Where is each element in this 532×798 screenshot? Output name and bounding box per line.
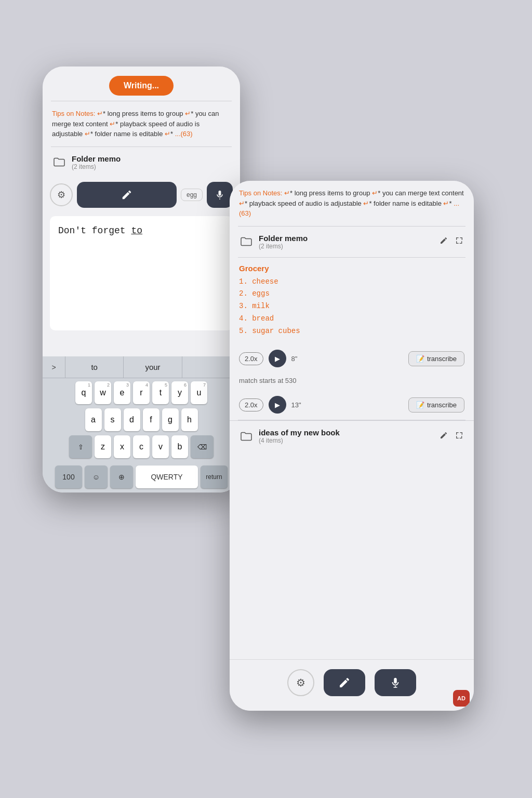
key-x[interactable]: x xyxy=(114,435,130,458)
key-s[interactable]: s xyxy=(104,408,121,431)
key-b[interactable]: b xyxy=(171,435,188,458)
keyboard-rows: 1q 2w 3e 4r 5t 6y 7u a s d f g h xyxy=(43,378,240,466)
key-space[interactable]: QWERTY xyxy=(136,466,198,488)
folder-actions-front xyxy=(438,235,464,248)
audio-player-1: 2.0x ▶ 8" 📝 transcribe xyxy=(230,343,474,374)
grocery-item-4: 4. bread xyxy=(239,313,464,325)
transcribe-icon-2: 📝 xyxy=(416,401,424,409)
writing-area[interactable]: Don't forget to xyxy=(50,216,233,330)
svg-rect-2 xyxy=(393,687,397,687)
tips-section-front: Tips on Notes: ↵* long press items to gr… xyxy=(230,181,474,226)
folder-icon xyxy=(52,155,66,169)
tips-arrow5: ↵ xyxy=(165,130,170,138)
key-emoji[interactable]: ☺ xyxy=(85,466,108,488)
key-c[interactable]: c xyxy=(133,435,150,458)
edit-folder-button[interactable] xyxy=(438,235,449,248)
suggestion-your[interactable]: your xyxy=(124,356,182,378)
gear-button-front[interactable]: ⚙ xyxy=(287,669,314,696)
key-return[interactable]: return xyxy=(201,466,228,488)
grocery-item-5: 5. sugar cubes xyxy=(239,325,464,338)
keyboard-bottom: 100 ☺ ⊕ QWERTY return xyxy=(43,466,240,493)
speed-badge-1[interactable]: 2.0x xyxy=(239,352,263,365)
folder-info-front: Folder memo (2 items) xyxy=(259,234,433,250)
audio-duration-1: 8" xyxy=(291,355,298,363)
key-e[interactable]: 3e xyxy=(114,381,130,404)
edit-book-button[interactable] xyxy=(438,430,449,443)
speed-badge-2[interactable]: 2.0x xyxy=(239,398,263,411)
key-row-2: a s d f g h xyxy=(45,408,238,431)
tips-arrow4: ↵ xyxy=(85,130,90,138)
key-t[interactable]: 5t xyxy=(152,381,169,404)
folder-count-book: (4 items) xyxy=(259,437,433,444)
status-pill-area: Writing... xyxy=(43,66,240,101)
front-phone: Tips on Notes: ↵* long press items to gr… xyxy=(230,181,474,711)
expand-folder-button[interactable] xyxy=(454,235,464,248)
key-g[interactable]: g xyxy=(162,408,179,431)
folder-actions-book xyxy=(438,430,464,443)
back-phone: Writing... Tips on Notes: ↵* long press … xyxy=(43,66,240,493)
key-f[interactable]: f xyxy=(143,408,159,431)
key-row-1: 1q 2w 3e 4r 5t 6y 7u xyxy=(45,381,238,404)
key-a[interactable]: a xyxy=(85,408,102,431)
grocery-item-1: 1. cheese xyxy=(239,276,464,288)
tips-section-back: Tips on Notes: ↵* long press items to gr… xyxy=(43,101,240,147)
folder-icon-book xyxy=(239,429,254,444)
folder-memo-back: Folder memo (2 items) xyxy=(43,147,240,178)
gear-button-back[interactable]: ⚙ xyxy=(50,183,73,206)
tips-label: Tips on Notes: xyxy=(52,110,95,117)
toolbar-back: ⚙ egg xyxy=(43,178,240,212)
tips-more: ...(63) xyxy=(175,130,193,138)
tips-arrow3: ↵ xyxy=(110,120,115,128)
ad-badge: AD xyxy=(453,690,470,707)
match-text: match starts at 530 xyxy=(230,374,474,390)
folder-memo-front: Folder memo (2 items) xyxy=(230,227,474,257)
expand-book-button[interactable] xyxy=(454,430,464,443)
key-u[interactable]: 7u xyxy=(191,381,207,404)
folder-icon-front xyxy=(239,234,254,249)
key-shift[interactable]: ⇧ xyxy=(69,435,92,458)
transcribe-button-2[interactable]: 📝 transcribe xyxy=(408,397,464,413)
key-z[interactable]: z xyxy=(95,435,111,458)
pencil-button-front[interactable] xyxy=(324,669,365,696)
folder-name-back: Folder memo xyxy=(72,154,231,163)
mic-button-front[interactable] xyxy=(375,669,416,696)
key-d[interactable]: d xyxy=(124,408,140,431)
audio-player-2: 2.0x ▶ 13" 📝 transcribe xyxy=(230,390,474,420)
writing-underlined: to xyxy=(131,225,142,236)
key-100[interactable]: 100 xyxy=(55,466,82,488)
tips-arrow2: ↵ xyxy=(185,110,191,117)
transcribe-icon-1: 📝 xyxy=(416,355,424,363)
key-q[interactable]: 1q xyxy=(75,381,92,404)
folder-book: ideas of my new book (4 items) xyxy=(230,420,474,451)
keyboard[interactable]: > to your 1q 2w 3e 4r 5t 6y 7u a xyxy=(43,356,240,493)
key-globe[interactable]: ⊕ xyxy=(110,466,133,488)
suggestion-arrow[interactable]: > xyxy=(43,356,65,378)
key-h[interactable]: h xyxy=(181,408,198,431)
folder-info-book: ideas of my new book (4 items) xyxy=(259,428,433,444)
key-backspace[interactable]: ⌫ xyxy=(191,435,214,458)
grocery-list: Grocery 1. cheese 2. eggs 3. milk 4. bre… xyxy=(230,258,474,344)
play-button-2[interactable]: ▶ xyxy=(269,396,286,414)
folder-info-back: Folder memo (2 items) xyxy=(72,154,231,170)
front-toolbar: ⚙ xyxy=(230,659,474,711)
key-v[interactable]: v xyxy=(152,435,169,458)
key-y[interactable]: 6y xyxy=(171,381,188,404)
key-r[interactable]: 4r xyxy=(133,381,150,404)
keyboard-suggestions: > to your xyxy=(43,356,240,378)
folder-count-back: (2 items) xyxy=(72,163,231,170)
transcribe-button-1[interactable]: 📝 transcribe xyxy=(408,351,464,366)
mic-button-back[interactable] xyxy=(207,182,233,208)
suggestion-to[interactable]: to xyxy=(65,356,124,378)
grocery-item-2: 2. eggs xyxy=(239,288,464,300)
writing-status: Writing... xyxy=(109,76,174,96)
folder-name-book: ideas of my new book xyxy=(259,428,433,437)
key-w[interactable]: 2w xyxy=(95,381,111,404)
key-row-3: ⇧ z x c v b ⌫ xyxy=(45,435,238,458)
tips-arrow1: ↵ xyxy=(97,110,103,117)
folder-name-front: Folder memo xyxy=(259,234,433,243)
front-tips-more: ...(63) xyxy=(239,200,459,218)
play-button-1[interactable]: ▶ xyxy=(269,350,286,367)
pencil-button-back[interactable] xyxy=(77,182,177,208)
grocery-title: Grocery xyxy=(239,264,464,273)
grocery-item-3: 3. milk xyxy=(239,300,464,313)
